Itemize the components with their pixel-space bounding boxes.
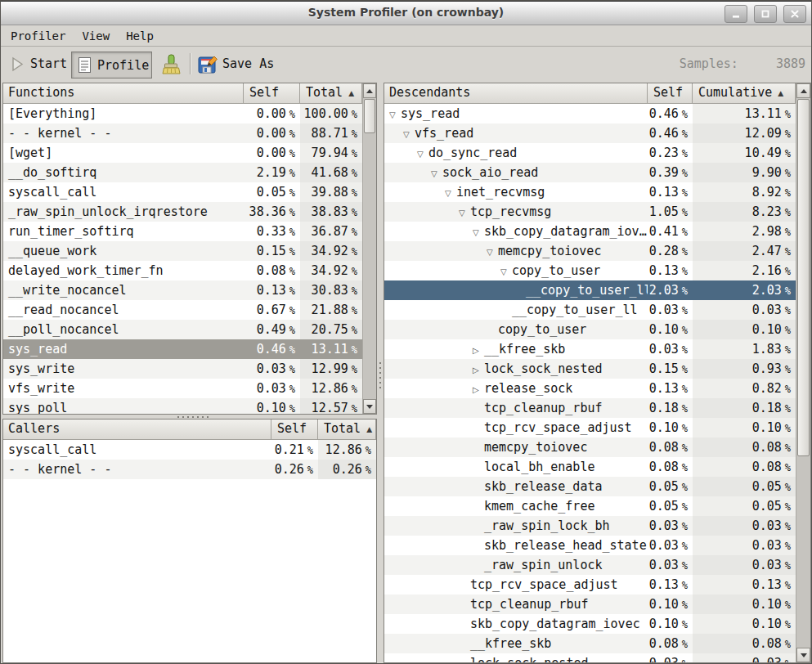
table-row[interactable]: copy_to_user0.10%0.10% xyxy=(384,320,796,339)
table-row[interactable]: _raw_spin_lock_bh0.03%0.03% xyxy=(384,516,796,536)
table-row[interactable]: sys_write0.03%12.99% xyxy=(3,359,362,379)
table-row[interactable]: delayed_work_timer_fn0.08%34.92% xyxy=(3,261,362,280)
table-row[interactable]: sys_poll0.10%12.57% xyxy=(3,398,362,414)
scroll-up-button[interactable] xyxy=(796,83,810,98)
table-row[interactable]: __copy_to_user_ll0.03%0.03% xyxy=(384,300,796,320)
close-button[interactable] xyxy=(783,5,806,23)
table-row[interactable]: copy_to_user0.13%2.16% xyxy=(384,261,796,280)
scrollbar-thumb[interactable] xyxy=(364,99,375,133)
percent-sign: % xyxy=(785,599,791,611)
table-row[interactable]: skb_copy_datagram_iov…0.41%2.98% xyxy=(384,222,796,241)
table-row[interactable]: _raw_spin_unlock_irqrestore38.36%38.83% xyxy=(3,202,362,222)
expander-open-icon[interactable] xyxy=(403,125,415,143)
table-row[interactable]: inet_recvmsg0.13%8.92% xyxy=(384,182,796,202)
table-row[interactable]: release_sock0.13%0.82% xyxy=(384,379,796,398)
function-name: copy_to_user xyxy=(498,322,586,337)
table-row[interactable]: tcp_recvmsg1.05%8.23% xyxy=(384,202,796,222)
descendants-scrollbar[interactable] xyxy=(796,83,810,662)
expander-open-icon[interactable] xyxy=(431,164,442,182)
table-row[interactable]: vfs_write0.03%12.86% xyxy=(3,379,362,398)
cumulative-column-header[interactable]: Cumulative xyxy=(693,83,796,104)
table-row[interactable]: [wget]0.00%79.94% xyxy=(3,143,362,163)
table-row[interactable]: tcp_cleanup_rbuf0.10%0.10% xyxy=(384,594,796,614)
table-row[interactable]: memcpy_toiovec0.08%0.08% xyxy=(384,437,796,457)
table-row[interactable]: __kfree_skb0.08%0.08% xyxy=(384,634,796,653)
table-row[interactable]: __queue_work0.15%34.92% xyxy=(3,241,362,261)
table-row[interactable]: - - kernel - -0.00%88.71% xyxy=(3,123,362,143)
menu-view[interactable]: View xyxy=(74,28,118,44)
table-row[interactable]: do_sync_read0.23%10.49% xyxy=(384,143,796,163)
scroll-up-button[interactable] xyxy=(363,83,376,98)
self-cell: 0.10% xyxy=(244,398,300,414)
expander-open-icon[interactable] xyxy=(473,223,484,241)
table-row[interactable]: local_bh_enable0.08%0.08% xyxy=(384,457,796,477)
scroll-down-button[interactable] xyxy=(796,648,810,662)
total-column-header[interactable]: Total xyxy=(318,419,376,440)
table-row[interactable]: __read_nocancel0.67%21.88% xyxy=(3,300,362,320)
maximize-button[interactable] xyxy=(754,5,777,23)
table-row[interactable]: sys_read0.46%13.11% xyxy=(3,339,362,359)
arrow-up-icon xyxy=(801,89,807,93)
table-row[interactable]: run_timer_softirq0.33%36.87% xyxy=(3,222,362,241)
reset-button[interactable] xyxy=(156,52,186,79)
function-name: lock_sock_nested xyxy=(484,361,603,376)
table-row[interactable]: syscall_call0.21%12.86% xyxy=(3,440,376,460)
callers-column-header[interactable]: Callers xyxy=(3,419,271,440)
table-row[interactable]: kmem_cache_free0.05%0.05% xyxy=(384,496,796,516)
table-row[interactable]: vfs_read0.46%12.09% xyxy=(384,123,796,143)
table-row[interactable]: [Everything]0.00%100.00% xyxy=(3,104,362,123)
table-row[interactable]: - - kernel - -0.26%0.26% xyxy=(3,460,376,479)
functions-scrollbar[interactable] xyxy=(362,83,376,414)
table-row[interactable]: __poll_nocancel0.49%20.75% xyxy=(3,320,362,339)
table-row[interactable]: skb_release_head_state0.03%0.03% xyxy=(384,536,796,555)
expander-open-icon[interactable] xyxy=(500,262,512,280)
table-row[interactable]: __write_nocancel0.13%30.83% xyxy=(3,280,362,300)
vertical-splitter[interactable] xyxy=(377,83,384,663)
table-row[interactable]: tcp_cleanup_rbuf0.18%0.18% xyxy=(384,398,796,418)
self-column-header[interactable]: Self xyxy=(244,83,300,104)
function-name-cell: sys_poll xyxy=(3,398,244,414)
table-row[interactable]: __kfree_skb0.03%1.83% xyxy=(384,339,796,359)
table-row[interactable]: memcpy_toiovec0.28%2.47% xyxy=(384,241,796,261)
percent-sign: % xyxy=(352,344,357,356)
cumulative-cell: 0.05% xyxy=(693,496,796,516)
expander-open-icon[interactable] xyxy=(459,204,470,222)
save-as-button[interactable]: Save As xyxy=(198,47,274,81)
expander-open-icon[interactable] xyxy=(487,243,498,261)
expander-collapsed-icon[interactable] xyxy=(473,380,484,398)
menu-profiler[interactable]: Profiler xyxy=(2,28,74,44)
functions-column-header[interactable]: Functions xyxy=(3,83,244,104)
titlebar[interactable]: System Profiler (on crownbay) xyxy=(1,1,811,25)
expander-collapsed-icon[interactable] xyxy=(473,341,484,359)
table-row[interactable]: skb_copy_datagram_iovec0.10%0.10% xyxy=(384,614,796,634)
table-row[interactable]: syscall_call0.05%39.88% xyxy=(3,182,362,202)
expander-collapsed-icon[interactable] xyxy=(473,361,484,379)
minimize-button[interactable] xyxy=(725,5,747,23)
self-column-header[interactable]: Self xyxy=(648,83,693,104)
table-row[interactable]: __copy_to_user_ll2.03%2.03% xyxy=(384,280,796,300)
self-cell: 0.08% xyxy=(648,457,693,477)
table-row[interactable]: tcp_rcv_space_adjust0.10%0.10% xyxy=(384,418,796,437)
table-row[interactable]: _raw_spin_unlock0.03%0.03% xyxy=(384,555,796,575)
total-column-header[interactable]: Total xyxy=(300,83,362,104)
table-row[interactable]: tcp_rcv_space_adjust0.13%0.13% xyxy=(384,575,796,594)
percent-sign: % xyxy=(785,423,791,434)
expander-open-icon[interactable] xyxy=(417,145,428,163)
scrollbar-thumb[interactable] xyxy=(797,99,810,456)
table-row[interactable]: lock_sock_nested0.03%0.03% xyxy=(384,653,796,662)
expander-open-icon[interactable] xyxy=(389,105,401,123)
descendants-column-header[interactable]: Descendants xyxy=(384,83,648,104)
profile-toggle-button[interactable]: Profile xyxy=(71,52,152,79)
menu-help[interactable]: Help xyxy=(118,28,162,44)
percent-sign: % xyxy=(682,148,688,159)
self-column-header[interactable]: Self xyxy=(271,419,318,440)
percent-sign: % xyxy=(785,187,791,199)
table-row[interactable]: sock_aio_read0.39%9.90% xyxy=(384,163,796,182)
table-row[interactable]: lock_sock_nested0.15%0.93% xyxy=(384,359,796,379)
table-row[interactable]: __do_softirq2.19%41.68% xyxy=(3,163,362,182)
table-row[interactable]: skb_release_data0.05%0.05% xyxy=(384,477,796,496)
start-button[interactable]: Start xyxy=(11,47,67,81)
scroll-down-button[interactable] xyxy=(363,399,376,414)
table-row[interactable]: sys_read0.46%13.11% xyxy=(384,104,796,123)
expander-open-icon[interactable] xyxy=(445,184,456,202)
